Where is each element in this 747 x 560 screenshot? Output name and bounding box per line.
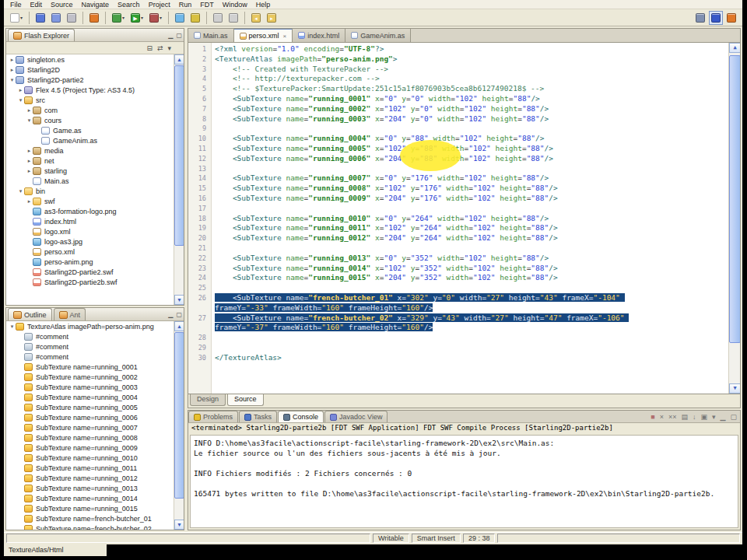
print-icon[interactable] [65, 11, 79, 25]
scroll-up-icon[interactable]: ▲ [174, 54, 184, 65]
tree-item[interactable]: SubTexture name=running_0008 [6, 432, 174, 443]
menu-window[interactable]: Window [223, 1, 247, 9]
code-line[interactable]: 26 <SubTexture name="french-butcher_01" … [188, 293, 728, 313]
console-output[interactable]: INFO D:\home\as3facile\actionscript-faci… [190, 435, 738, 528]
code-line[interactable]: 14 <SubTexture name="running_0007" x="0"… [188, 173, 728, 184]
code-line[interactable]: 2<TextureAtlas imagePath="perso-anim.png… [188, 54, 728, 65]
tab-flash-explorer[interactable]: Flash Explorer [8, 29, 75, 41]
tree-item[interactable]: SubTexture name=running_0007 [6, 422, 174, 432]
code-line[interactable]: 22 <SubTexture name="running_0013" x="0"… [188, 254, 728, 264]
expander-icon[interactable]: ▾ [17, 188, 24, 194]
tree-item[interactable]: ▾Starling2D-partie2 [6, 75, 174, 85]
code-line[interactable]: 10 <SubTexture name="running_0004" x="0"… [188, 134, 728, 144]
link-with-editor-icon[interactable]: ⇄ [157, 44, 163, 52]
minimize-icon[interactable]: ▁ [721, 411, 726, 422]
tree-item[interactable]: ▾bin [6, 186, 174, 196]
code-line[interactable]: 16 <SubTexture name="running_0009" x="20… [188, 194, 728, 204]
run-icon[interactable]: ▶▾ [128, 11, 146, 25]
expander-icon[interactable]: ▸ [9, 57, 16, 63]
tree-item[interactable]: ▸swf [6, 196, 174, 206]
clear-console-icon[interactable]: ▤ [682, 411, 689, 422]
code-line[interactable]: 18 <SubTexture name="running_0010" x="0"… [188, 214, 728, 224]
tree-item[interactable]: #comment [6, 352, 174, 362]
menu-run[interactable]: Run [179, 1, 192, 9]
tab-tasks[interactable]: Tasks [239, 411, 277, 422]
tree-item[interactable]: SubTexture name=running_0006 [6, 412, 174, 422]
code-line[interactable]: 29 [188, 343, 728, 353]
tree-item[interactable]: SubTexture name=running_0002 [6, 372, 174, 382]
editor-tab-perso.xml[interactable]: perso.xml× [234, 29, 293, 42]
scroll-down-icon[interactable]: ▼ [174, 520, 184, 530]
tree-item[interactable]: ▸media [6, 145, 174, 156]
maximize-icon[interactable]: ▢ [176, 310, 182, 320]
explorer-scrollbar[interactable]: ▲ ▼ [174, 54, 184, 305]
remove-all-launches-icon[interactable]: ×× [668, 411, 677, 422]
code-line[interactable]: 6 <SubTexture name="running_0001" x="0" … [188, 94, 728, 104]
mode-tab-design[interactable]: Design [190, 394, 226, 406]
editor-tab-main.as[interactable]: Main.as [188, 29, 234, 42]
editor-tab-index.html[interactable]: index.html [293, 29, 345, 42]
tree-item[interactable]: Main.as [6, 176, 174, 186]
minimize-icon[interactable]: ▁ [168, 310, 173, 320]
terminate-icon[interactable]: ■ [651, 411, 654, 422]
expander-icon[interactable]: ▾ [26, 117, 33, 124]
tree-item[interactable]: Game.as [6, 125, 174, 135]
tree-item[interactable]: #comment [6, 341, 174, 352]
view-menu-icon[interactable]: ▾ [167, 44, 171, 52]
tree-item[interactable]: ▾TextureAtlas imagePath=perso-anim.png [6, 321, 174, 331]
tree-item[interactable]: ▾cours [6, 115, 174, 125]
tree-item[interactable]: SubTexture name=french-butcher_02 [6, 523, 174, 530]
code-line[interactable]: 20 <SubTexture name="running_0012" x="20… [188, 233, 728, 243]
export-swf-icon[interactable] [87, 11, 101, 25]
tree-item[interactable]: perso.xml [6, 247, 174, 257]
scroll-up-icon[interactable]: ▲ [174, 321, 184, 331]
code-line[interactable]: 13 [188, 164, 728, 174]
tree-item[interactable]: perso-anim.png [6, 257, 174, 267]
tab-javadoc-view[interactable]: Javadoc View [324, 411, 388, 422]
profile-icon[interactable]: ▾ [147, 11, 164, 25]
tree-item[interactable]: as3-formation-logo.png [6, 206, 174, 216]
expander-icon[interactable]: ▸ [26, 148, 33, 154]
code-line[interactable]: 5 <!-- $TexturePacker:SmartUpdate:251c15… [188, 84, 728, 94]
code-line[interactable]: 1<?xml version="1.0" encoding="UTF-8"?> [188, 44, 728, 54]
tree-item[interactable]: SubTexture name=running_0004 [6, 392, 174, 402]
scroll-thumb[interactable] [174, 332, 184, 499]
menu-file[interactable]: File [10, 1, 22, 9]
tree-item[interactable]: SubTexture name=running_0012 [6, 473, 174, 483]
tab-problems[interactable]: Problems [188, 411, 238, 422]
code-line[interactable]: 9 [188, 124, 728, 134]
code-line[interactable]: 4 <!-- http://texturepacker.com --> [188, 74, 728, 84]
menu-fdt[interactable]: FDT [200, 1, 214, 9]
tree-item[interactable]: SubTexture name=running_0014 [6, 493, 174, 503]
back-icon[interactable]: ◂ [249, 11, 263, 25]
open-perspective-icon[interactable] [693, 11, 707, 25]
expander-icon[interactable]: ▾ [9, 77, 16, 83]
code-line[interactable]: 30</TextureAtlas> [188, 353, 728, 363]
tree-item[interactable]: Starling2D-partie2b.swf [6, 277, 174, 287]
code-line[interactable]: 25 [188, 283, 728, 293]
menu-help[interactable]: Help [256, 1, 271, 9]
editor-tab-gameanim.as[interactable]: GameAnim.as [345, 29, 411, 42]
forward-icon[interactable]: ▸ [265, 11, 279, 25]
tree-item[interactable]: SubTexture name=running_0011 [6, 463, 174, 473]
tree-item[interactable]: logo.xml [6, 226, 174, 236]
tree-item[interactable]: SubTexture name=running_0010 [6, 453, 174, 463]
expander-icon[interactable]: ▸ [26, 168, 33, 174]
next-annotation-icon[interactable] [226, 11, 240, 25]
new-wizard-icon[interactable]: ▾ [8, 11, 25, 25]
menu-source[interactable]: Source [51, 1, 73, 9]
tree-item[interactable]: ▸net [6, 156, 174, 166]
code-line[interactable]: 7 <SubTexture name="running_0002" x="102… [188, 104, 728, 114]
tab-console[interactable]: Console [278, 411, 324, 422]
menu-navigate[interactable]: Navigate [82, 1, 110, 9]
expander-icon[interactable]: ▸ [26, 198, 33, 205]
tree-item[interactable]: SubTexture name=french-butcher_01 [6, 513, 174, 523]
code-line[interactable]: 24 <SubTexture name="running_0015" x="20… [188, 273, 728, 283]
pin-console-icon[interactable]: ▣ [701, 411, 708, 422]
tree-item[interactable]: ▸Flex 4.5 (Project Type: AS3 4.5) [6, 85, 174, 95]
search-icon[interactable] [188, 11, 202, 25]
scroll-lock-icon[interactable]: ↓ [693, 411, 696, 422]
outline-scrollbar[interactable]: ▲ ▼ [174, 321, 184, 530]
maximize-icon[interactable]: ▢ [730, 411, 737, 422]
code-line[interactable]: 23 <SubTexture name="running_0014" x="10… [188, 264, 728, 274]
